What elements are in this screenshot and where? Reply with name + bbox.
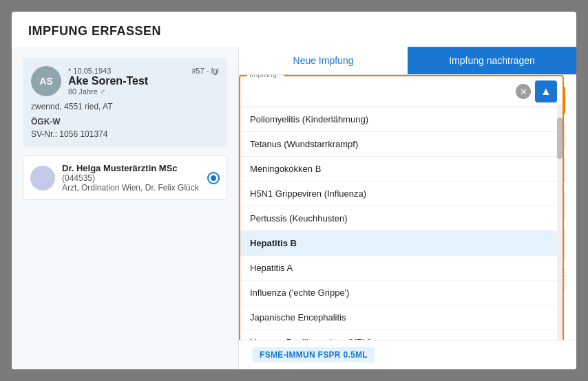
patient-insurance: ÖGK-W: [31, 117, 219, 127]
list-item[interactable]: H5N1 Grippeviren (Influenza): [240, 182, 563, 206]
patient-dob: * 10.05.1943: [68, 67, 111, 75]
bottom-bar: FSME-IMMUN FSPR 0.5ML: [239, 340, 576, 369]
patient-age: 80 Jahre ♂: [68, 87, 219, 96]
doctor-info: Dr. Helga Musterärztin MSc (044535) Arzt…: [62, 163, 200, 193]
left-panel: AS * 10.05.1943 #57 - fgl Ake Soren-Test…: [12, 47, 239, 369]
tab-neue-impfung[interactable]: Neue Impfung: [239, 47, 408, 74]
impfung-search-row: Impfung * ✕ ▲: [240, 76, 563, 107]
patient-id: #57 - fgl: [191, 67, 219, 75]
list-item[interactable]: Hepatitis A: [240, 256, 563, 281]
list-item[interactable]: Tetanus (Wundstarrkrampf): [240, 132, 563, 157]
patient-name: Ake Soren-Test: [68, 75, 219, 87]
list-item[interactable]: Pertussis (Keuchhusten): [240, 206, 563, 231]
list-item[interactable]: Poliomyelitis (Kinderlähmung): [240, 107, 563, 132]
doctor-card: Dr. Helga Musterärztin MSc (044535) Arzt…: [23, 155, 227, 200]
patient-avatar: AS: [31, 66, 61, 96]
vaccine-badge: FSME-IMMUN FSPR 0.5ML: [253, 347, 375, 362]
doctor-name: Dr. Helga Musterärztin MSc: [62, 163, 200, 173]
dropdown-scrollbar-thumb[interactable]: [557, 118, 563, 159]
patient-address: zwennd, 4551 ried, AT: [31, 102, 219, 111]
list-item[interactable]: Humane Papillomaviren (HPV): [240, 330, 563, 340]
list-item[interactable]: Hepatitis B: [240, 231, 563, 256]
tab-bar: Neue Impfung Impfung nachtragen: [239, 47, 576, 75]
impfung-erfassen-modal: IMPFUNG ERFASSEN AS * 10.05.1943 #57 - f…: [12, 12, 576, 369]
modal-title: IMPFUNG ERFASSEN: [12, 12, 576, 47]
form-area: Impfung wählen Impfsetting Ordination: [239, 75, 576, 340]
patient-sv: SV-Nr.: 1056 101374: [31, 129, 219, 139]
patient-info: * 10.05.1943 #57 - fgl Ake Soren-Test 80…: [68, 67, 219, 96]
impfung-chevron-up-button[interactable]: ▲: [535, 80, 557, 102]
impfung-clear-button[interactable]: ✕: [516, 84, 531, 99]
tab-impfung-nachtragen[interactable]: Impfung nachtragen: [408, 47, 576, 74]
dropdown-scrollbar-track[interactable]: [557, 104, 563, 340]
patient-card: AS * 10.05.1943 #57 - fgl Ake Soren-Test…: [23, 58, 227, 147]
impfung-search-input[interactable]: [246, 86, 512, 97]
impfung-field-label: Impfung *: [247, 75, 284, 78]
impfung-dropdown[interactable]: Impfung * ✕ ▲ Polio: [239, 75, 564, 340]
doctor-avatar: [30, 166, 55, 190]
impfung-list: Poliomyelitis (Kinderlähmung)Tetanus (Wu…: [240, 107, 563, 340]
list-item[interactable]: Influenza ('echte Grippe'): [240, 281, 563, 305]
dropdown-overlay: Impfung * ✕ ▲ Polio: [239, 75, 576, 340]
right-panel: Neue Impfung Impfung nachtragen Impfung …: [239, 47, 576, 369]
list-item[interactable]: Meningokokken B: [240, 157, 563, 182]
doctor-role: Arzt, Ordination Wien, Dr. Felix Glück: [62, 183, 200, 193]
doctor-id: (044535): [62, 173, 200, 183]
doctor-select-radio[interactable]: [207, 172, 220, 184]
chevron-up-icon: ▲: [540, 85, 552, 98]
list-item[interactable]: Japanische Encephalitis: [240, 305, 563, 330]
clear-icon: ✕: [520, 87, 527, 97]
